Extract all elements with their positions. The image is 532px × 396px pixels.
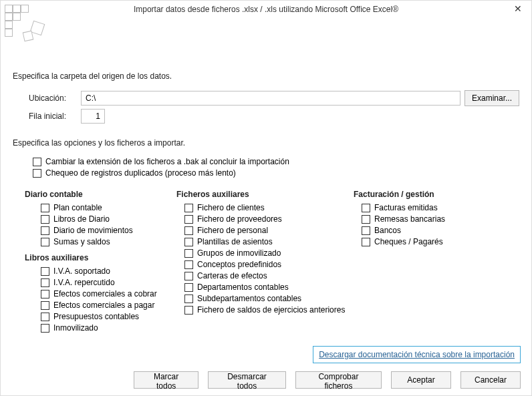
initial-row-label: Fila inicial: [29, 112, 81, 121]
cancel-button[interactable]: Cancelar [460, 371, 521, 389]
ficheros-label: Conceptos predefinidos [197, 260, 281, 269]
diario-item[interactable]: Diario de movimientos [41, 226, 176, 235]
checkbox-icon [41, 238, 49, 246]
ficheros-item[interactable]: Fichero de saldos de ejercicios anterior… [184, 305, 354, 315]
ficheros-label: Fichero de personal [197, 226, 268, 235]
diario-label: Libros de Diario [53, 214, 110, 224]
libros-item[interactable]: I.V.A. repercutido [41, 278, 176, 287]
diario-item[interactable]: Libros de Diario [41, 214, 176, 224]
checkbox-icon [33, 169, 41, 178]
checkbox-icon [41, 290, 49, 299]
location-input[interactable] [81, 91, 460, 106]
libros-item[interactable]: Inmovilizado [41, 323, 176, 333]
doc-link[interactable]: Descargar documentación técnica sobre la… [319, 350, 515, 359]
checkbox-icon [362, 215, 370, 224]
ficheros-label: Subdepartamentos contables [197, 294, 301, 303]
facturacion-label: Facturas emitidas [374, 203, 438, 212]
button-bar: Marcar todos Desmarcar todos Comprobar f… [1, 371, 531, 389]
option-bak-label: Cambiar la extensión de los ficheros a .… [45, 157, 289, 166]
ficheros-label: Plantillas de asientos [197, 237, 273, 246]
checkbox-icon [41, 226, 49, 235]
diario-label: Diario de movimientos [53, 226, 133, 235]
facturacion-item[interactable]: Cheques / Pagarés [362, 237, 494, 246]
option-bak[interactable]: Cambiar la extensión de los ficheros a .… [33, 157, 519, 166]
libros-item[interactable]: Efectos comerciales a cobrar [41, 289, 176, 299]
unmark-all-button[interactable]: Desmarcar todos [208, 371, 286, 389]
location-label: Ubicación: [29, 93, 81, 103]
libros-label: Presupuestos contables [53, 312, 139, 321]
diario-label: Plan contable [53, 203, 102, 212]
ficheros-label: Departamentos contables [197, 282, 289, 292]
ficheros-item[interactable]: Fichero de clientes [184, 203, 354, 212]
section1-text: Especifica la carpeta del origen de los … [13, 71, 519, 81]
libros-item[interactable]: I.V.A. soportado [41, 266, 176, 276]
location-row: Ubicación: Examinar... [29, 90, 519, 106]
check-files-button[interactable]: Comprobar ficheros [295, 371, 382, 389]
group-libros-title: Libros auxiliares [25, 253, 176, 262]
diario-item[interactable]: Plan contable [41, 203, 176, 212]
facturacion-item[interactable]: Remesas bancarias [362, 214, 494, 224]
checkbox-icon [41, 278, 49, 287]
ficheros-label: Carteras de efectos [197, 271, 267, 280]
ficheros-item[interactable]: Plantillas de asientos [184, 237, 354, 246]
mark-all-button[interactable]: Marcar todos [134, 371, 198, 389]
checkbox-icon [41, 215, 49, 224]
diario-label: Sumas y saldos [53, 237, 110, 246]
checkbox-icon [41, 324, 49, 333]
checkbox-icon [41, 313, 49, 321]
ficheros-label: Grupos de inmovilizado [197, 248, 281, 258]
option-dup[interactable]: Chequeo de registros duplicados (proceso… [33, 168, 519, 178]
checkbox-icon [184, 272, 193, 280]
libros-item[interactable]: Presupuestos contables [41, 312, 176, 321]
option-dup-label: Chequeo de registros duplicados (proceso… [45, 168, 236, 178]
ok-button[interactable]: Aceptar [391, 371, 451, 389]
facturacion-label: Remesas bancarias [374, 214, 445, 224]
checkbox-icon [184, 306, 193, 315]
group-diario-title: Diario contable [25, 190, 176, 199]
facturacion-item[interactable]: Facturas emitidas [362, 203, 494, 212]
facturacion-label: Cheques / Pagarés [374, 237, 443, 246]
ficheros-label: Fichero de clientes [197, 203, 265, 212]
dialog-title: Importar datos desde ficheros .xlsx / .x… [134, 5, 398, 14]
checkbox-icon [184, 283, 193, 292]
checkbox-icon [184, 238, 193, 246]
ficheros-item[interactable]: Fichero de personal [184, 226, 354, 235]
ficheros-item[interactable]: Departamentos contables [184, 282, 354, 292]
group-ficheros-title: Ficheros auxiliares [176, 190, 354, 199]
checkbox-icon [184, 249, 193, 258]
libros-label: Inmovilizado [53, 323, 98, 333]
doc-link-box: Descargar documentación técnica sobre la… [313, 346, 521, 363]
checkbox-icon [33, 158, 41, 166]
libros-label: I.V.A. repercutido [53, 278, 115, 287]
ficheros-label: Fichero de proveedores [197, 214, 282, 224]
ficheros-item[interactable]: Conceptos predefinidos [184, 260, 354, 269]
libros-label: Efectos comerciales a cobrar [53, 289, 157, 299]
title-bar: Importar datos desde ficheros .xlsx / .x… [1, 1, 531, 18]
checkbox-icon [41, 204, 49, 212]
close-icon[interactable]: ✕ [510, 3, 526, 15]
initial-row-row: Fila inicial: [29, 109, 519, 124]
checkbox-icon [362, 238, 370, 246]
ficheros-item[interactable]: Fichero de proveedores [184, 214, 354, 224]
checkbox-icon [184, 204, 193, 212]
ficheros-label: Fichero de saldos de ejercicios anterior… [197, 305, 345, 315]
libros-item[interactable]: Efectos comerciales a pagar [41, 301, 176, 310]
initial-row-input[interactable] [81, 109, 105, 124]
checkbox-icon [362, 226, 370, 235]
group-facturacion-title: Facturación / gestión [354, 190, 494, 199]
checkbox-icon [362, 204, 370, 212]
libros-label: Efectos comerciales a pagar [53, 301, 154, 310]
diario-item[interactable]: Sumas y saldos [41, 237, 176, 246]
ficheros-item[interactable]: Subdepartamentos contables [184, 294, 354, 303]
section2-text: Especifica las opciones y los ficheros a… [13, 138, 519, 148]
checkbox-icon [184, 215, 193, 224]
facturacion-label: Bancos [374, 226, 401, 235]
browse-button[interactable]: Examinar... [464, 90, 519, 106]
ficheros-item[interactable]: Grupos de inmovilizado [184, 248, 354, 258]
checkbox-icon [184, 226, 193, 235]
ficheros-item[interactable]: Carteras de efectos [184, 271, 354, 280]
checkbox-icon [184, 294, 193, 303]
checkbox-icon [184, 260, 193, 269]
facturacion-item[interactable]: Bancos [362, 226, 494, 235]
checkbox-icon [41, 301, 49, 310]
